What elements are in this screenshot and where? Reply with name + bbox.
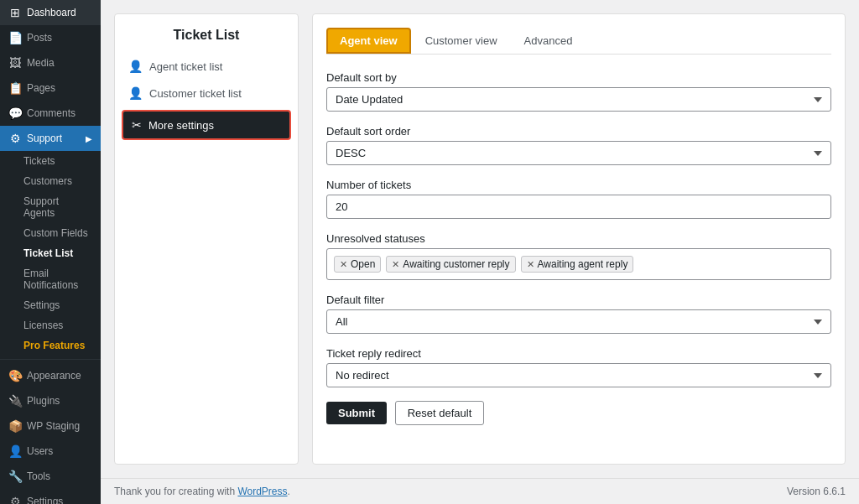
more-settings-icon: ✂ [132, 118, 142, 132]
sidebar-divider [0, 359, 101, 360]
sidebar-item-customers[interactable]: Customers [0, 171, 101, 191]
comments-icon: 💬 [8, 107, 22, 120]
default-sort-order-select[interactable]: DESC ASC [326, 141, 831, 165]
sidebar-item-comments[interactable]: 💬 Comments [0, 101, 101, 126]
main-area: Ticket List 👤 Agent ticket list 👤 Custom… [101, 0, 859, 504]
wp-footer: Thank you for creating with WordPress. V… [101, 478, 859, 504]
number-of-tickets-group: Number of tickets [326, 179, 831, 219]
sidebar-item-media[interactable]: 🖼 Media [0, 50, 101, 75]
ticket-reply-redirect-label: Ticket reply redirect [326, 347, 831, 360]
default-sort-order-group: Default sort order DESC ASC [326, 125, 831, 165]
right-panel: Agent view Customer view Advanced Defaul… [312, 13, 846, 465]
default-sort-by-label: Default sort by [326, 71, 831, 84]
default-sort-by-group: Default sort by Date Updated Date Create… [326, 71, 831, 112]
ticket-reply-redirect-select[interactable]: No redirect Ticket list Same ticket [326, 363, 831, 387]
footer-text: Thank you for creating with WordPress. [114, 486, 290, 497]
posts-icon: 📄 [8, 31, 22, 44]
sidebar-item-tools[interactable]: 🔧 Tools [0, 464, 101, 489]
customer-list-icon: 👤 [128, 86, 143, 100]
number-of-tickets-label: Number of tickets [326, 179, 831, 191]
wp-staging-icon: 📦 [8, 419, 22, 433]
status-tags-container: ✕ Open ✕ Awaiting customer reply ✕ Await… [326, 248, 831, 280]
unresolved-statuses-group: Unresolved statuses ✕ Open ✕ Awaiting cu… [326, 232, 831, 280]
support-submenu: Tickets Customers Support Agents Custom … [0, 151, 101, 356]
version-text: Version 6.6.1 [787, 486, 846, 497]
content-area: Ticket List 👤 Agent ticket list 👤 Custom… [101, 0, 859, 478]
media-icon: 🖼 [8, 56, 22, 70]
sidebar-item-posts[interactable]: 📄 Posts [0, 25, 101, 50]
tag-awaiting-customer-remove[interactable]: ✕ [392, 259, 399, 270]
pages-icon: 📋 [8, 81, 22, 95]
sidebar-item-settings[interactable]: Settings [0, 295, 101, 315]
tab-advanced[interactable]: Advanced [512, 29, 586, 53]
support-icon: ⚙ [8, 132, 22, 145]
tag-awaiting-agent-remove[interactable]: ✕ [527, 259, 534, 270]
tag-awaiting-agent[interactable]: ✕ Awaiting agent reply [521, 256, 634, 273]
tag-open-remove[interactable]: ✕ [340, 259, 347, 270]
agent-list-icon: 👤 [128, 60, 143, 73]
default-filter-group: Default filter All Open Closed Awaiting … [326, 294, 831, 334]
plugins-icon: 🔌 [8, 394, 22, 408]
tab-customer-view[interactable]: Customer view [413, 29, 510, 53]
sidebar-item-support[interactable]: ⚙ Support ▶ [0, 126, 101, 151]
form-buttons: Submit Reset default [326, 401, 831, 425]
default-filter-select[interactable]: All Open Closed Awaiting customer reply … [326, 309, 831, 334]
submit-button[interactable]: Submit [326, 402, 387, 424]
tag-awaiting-customer[interactable]: ✕ Awaiting customer reply [386, 256, 515, 273]
sidebar-item-tickets[interactable]: Tickets [0, 151, 101, 171]
customer-ticket-list-item[interactable]: 👤 Customer ticket list [115, 80, 298, 107]
default-filter-label: Default filter [326, 294, 831, 306]
sidebar-item-wp-staging[interactable]: 📦 WP Staging [0, 413, 101, 439]
sidebar-item-appearance[interactable]: 🎨 Appearance [0, 363, 101, 388]
reset-button[interactable]: Reset default [395, 401, 485, 425]
sidebar-item-licenses[interactable]: Licenses [0, 315, 101, 335]
sidebar-item-dashboard[interactable]: ⊞ Dashboard [0, 0, 101, 25]
sidebar-item-plugins[interactable]: 🔌 Plugins [0, 388, 101, 413]
left-panel-title: Ticket List [115, 28, 298, 53]
tab-bar: Agent view Customer view Advanced [326, 28, 831, 55]
sidebar-item-custom-fields[interactable]: Custom Fields [0, 223, 101, 243]
tab-agent-view[interactable]: Agent view [326, 28, 411, 54]
sidebar-item-settings-main[interactable]: ⚙ Settings [0, 489, 101, 504]
more-settings-item[interactable]: ✂ More settings [122, 110, 291, 140]
tools-icon: 🔧 [8, 470, 22, 483]
sidebar-item-ticket-list[interactable]: Ticket List [0, 243, 101, 263]
sidebar-item-pages[interactable]: 📋 Pages [0, 75, 101, 101]
appearance-icon: 🎨 [8, 369, 22, 382]
left-panel: Ticket List 👤 Agent ticket list 👤 Custom… [114, 13, 299, 465]
agent-ticket-list-item[interactable]: 👤 Agent ticket list [115, 53, 298, 80]
sidebar-item-users[interactable]: 👤 Users [0, 439, 101, 464]
tag-open[interactable]: ✕ Open [334, 256, 381, 273]
sidebar-item-email-notifications[interactable]: Email Notifications [0, 263, 101, 295]
settings-main-icon: ⚙ [8, 495, 22, 504]
wordpress-link[interactable]: WordPress [237, 486, 287, 497]
default-sort-order-label: Default sort order [326, 125, 831, 138]
wp-admin-sidebar: ⊞ Dashboard 📄 Posts 🖼 Media 📋 Pages 💬 Co… [0, 0, 101, 504]
unresolved-statuses-label: Unresolved statuses [326, 232, 831, 245]
ticket-reply-redirect-group: Ticket reply redirect No redirect Ticket… [326, 347, 831, 387]
number-of-tickets-input[interactable] [326, 195, 831, 219]
default-sort-by-select[interactable]: Date Updated Date Created Subject Status [326, 87, 831, 112]
sidebar-item-pro-features[interactable]: Pro Features [0, 335, 101, 356]
users-icon: 👤 [8, 444, 22, 458]
sidebar-arrow-icon: ▶ [86, 134, 92, 143]
sidebar-item-support-agents[interactable]: Support Agents [0, 191, 101, 223]
dashboard-icon: ⊞ [8, 6, 22, 19]
